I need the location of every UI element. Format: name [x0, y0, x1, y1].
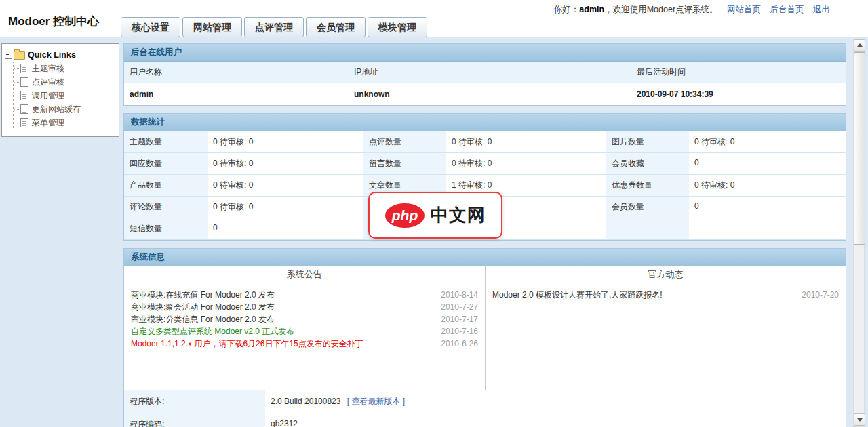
collapse-icon[interactable] — [5, 52, 12, 59]
scrollbar-thumb[interactable] — [854, 52, 865, 245]
stat-value: 0 待审核: 0 — [689, 131, 846, 153]
stat-value: 0 待审核: 0 — [689, 175, 846, 197]
online-users-title: 后台在线用户 — [124, 44, 846, 62]
sidebar-item-menu-management[interactable]: 菜单管理 — [14, 116, 116, 129]
announcement-text[interactable]: 商业模块:聚会活动 For Modoer 2.0 发布 — [131, 301, 435, 313]
online-users-table: 用户名称 IP地址 最后活动时间 admin unknown 2010-09-0… — [124, 62, 846, 105]
greeting-bar: 你好：admin，欢迎使用Modoer点评系统。 网站首页 后台首页 退出 — [554, 4, 830, 16]
stat-label: 留言数量 — [363, 153, 446, 175]
quick-links-list: 主题审核 点评审核 调用管理 更新网站缓存 菜单管理 — [13, 62, 116, 129]
link-site-home[interactable]: 网站首页 — [727, 5, 761, 14]
section-system-info: 系统信息 系统公告 商业模块:在线充值 For Modoer 2.0 发布 20… — [123, 248, 846, 427]
document-icon — [20, 64, 28, 73]
announcement-date: 2010-6-26 — [441, 338, 478, 350]
stat-value: 0 — [208, 218, 363, 240]
document-icon — [20, 91, 28, 100]
stat-value: 0 待审核: 0 — [208, 197, 363, 218]
detail-value: 2.0 Build 20100823 [ 查看最新版本 ] — [265, 390, 846, 413]
stat-value: 0 待审核: 0 — [446, 131, 606, 153]
cell-username: admin — [124, 83, 349, 105]
news-date: 2010-7-20 — [802, 289, 839, 301]
announcement-item: 商业模块:在线充值 For Modoer 2.0 发布 2010-8-14 — [124, 289, 485, 301]
detail-label: 程序版本: — [124, 390, 265, 413]
cell-ip: unknown — [349, 83, 631, 105]
cell-last-active: 2010-09-07 10:34:39 — [631, 83, 846, 105]
system-details-table: 程序版本: 2.0 Build 20100823 [ 查看最新版本 ] 程序编码… — [124, 390, 846, 427]
col-ip: IP地址 — [349, 62, 631, 83]
sidebar-item-update-cache[interactable]: 更新网站缓存 — [14, 102, 116, 116]
sidebar-item-review-audit[interactable]: 点评审核 — [14, 75, 116, 89]
app-title: Modoer 控制中心 — [8, 14, 99, 29]
scrollbar-grip-icon — [856, 146, 862, 151]
system-info-title: 系统信息 — [124, 249, 846, 266]
tab-site-management[interactable]: 网站管理 — [182, 17, 242, 37]
document-icon — [20, 77, 28, 87]
tab-member-management[interactable]: 会员管理 — [306, 17, 366, 37]
announcement-item: 自定义多类型点评系统 Modoer v2.0 正式发布 2010-7-16 — [124, 325, 485, 338]
announcement-date: 2010-7-16 — [441, 325, 478, 338]
stat-label: 短信数量 — [124, 218, 208, 240]
stat-label: 主题数量 — [124, 131, 208, 153]
sidebar-item-call-management[interactable]: 调用管理 — [14, 89, 116, 102]
stat-label — [606, 218, 689, 240]
tab-module-management[interactable]: 模块管理 — [368, 17, 427, 37]
announcements-title: 系统公告 — [124, 266, 485, 283]
scroll-down-button[interactable] — [854, 413, 865, 426]
vertical-scrollbar[interactable] — [853, 39, 865, 427]
greeting-suffix: ，欢迎使用Modoer点评系统。 — [604, 5, 717, 14]
detail-label: 程序编码: — [124, 413, 265, 427]
tab-core-settings[interactable]: 核心设置 — [121, 17, 180, 37]
announcements-column: 系统公告 商业模块:在线充值 For Modoer 2.0 发布 2010-8-… — [124, 266, 486, 390]
announcement-text[interactable]: 商业模块:在线充值 For Modoer 2.0 发布 — [131, 289, 435, 301]
news-item: Modoer 2.0 模板设计大赛开始了,大家踊跃报名! 2010-7-20 — [486, 289, 846, 301]
announcement-text[interactable]: 商业模块:分类信息 For Modoer 2.0 发布 — [131, 313, 435, 325]
arrow-up-icon — [857, 43, 863, 47]
stat-value: 0 — [689, 153, 846, 175]
stat-value: 0 待审核: 0 — [446, 153, 606, 175]
stat-label: 会员收藏 — [606, 153, 689, 175]
announcements-list: 商业模块:在线充值 For Modoer 2.0 发布 2010-8-14 商业… — [124, 283, 485, 390]
stat-label: 图片数量 — [606, 131, 689, 153]
stat-label: 点评数量 — [363, 131, 446, 153]
col-last-active: 最后活动时间 — [631, 62, 846, 83]
program-version: 2.0 Build 20100823 — [271, 396, 340, 406]
quick-links-root: Quick Links — [5, 48, 116, 62]
stat-label: 产品数量 — [124, 175, 208, 197]
stat-label: 优惠券数量 — [606, 175, 689, 197]
announcement-date: 2010-8-14 — [441, 289, 478, 301]
greeting-prefix: 你好： — [554, 5, 580, 14]
sidebar-item-label: 点评审核 — [32, 77, 64, 88]
stat-label: 会员数量 — [606, 197, 689, 218]
announcement-text[interactable]: Modoer 1.1,1.2.x 用户，请下载6月26日下午15点发布的安全补丁 — [131, 338, 435, 350]
main-tabs: 核心设置 网站管理 点评管理 会员管理 模块管理 — [121, 17, 427, 37]
check-latest-version-link[interactable]: [ 查看最新版本 ] — [347, 396, 405, 406]
folder-icon — [14, 51, 25, 60]
stat-value: 0 — [689, 197, 846, 218]
official-news-column: 官方动态 Modoer 2.0 模板设计大赛开始了,大家踊跃报名! 2010-7… — [486, 266, 846, 390]
php-logo-badge: php — [385, 203, 425, 228]
document-icon — [20, 118, 28, 127]
official-news-title: 官方动态 — [486, 266, 846, 283]
statistics-title: 数据统计 — [124, 114, 846, 131]
document-icon — [20, 104, 28, 114]
quick-links-label: Quick Links — [28, 50, 76, 60]
stat-value — [689, 218, 846, 240]
announcement-text[interactable]: 自定义多类型点评系统 Modoer v2.0 正式发布 — [131, 325, 435, 338]
php-chinese-site-watermark: php 中文网 — [368, 192, 502, 239]
link-admin-home[interactable]: 后台首页 — [770, 5, 804, 14]
announcement-date: 2010-7-17 — [441, 313, 478, 325]
sidebar-item-label: 主题审核 — [32, 63, 64, 75]
sidebar-item-label: 菜单管理 — [32, 117, 64, 129]
stat-value: 0 待审核: 0 — [208, 153, 363, 175]
scroll-up-button[interactable] — [854, 39, 865, 52]
tab-review-management[interactable]: 点评管理 — [244, 17, 304, 37]
link-logout[interactable]: 退出 — [813, 5, 830, 14]
arrow-down-icon — [857, 418, 863, 422]
news-text[interactable]: Modoer 2.0 模板设计大赛开始了,大家踊跃报名! — [492, 289, 796, 301]
sidebar-item-topic-audit[interactable]: 主题审核 — [14, 62, 116, 75]
stat-value: 0 待审核: 0 — [208, 175, 363, 197]
announcement-item: 商业模块:分类信息 For Modoer 2.0 发布 2010-7-17 — [124, 313, 485, 325]
sidebar-item-label: 调用管理 — [32, 90, 64, 102]
greeting-username: admin — [579, 5, 604, 14]
news-columns: 系统公告 商业模块:在线充值 For Modoer 2.0 发布 2010-8-… — [124, 266, 846, 390]
